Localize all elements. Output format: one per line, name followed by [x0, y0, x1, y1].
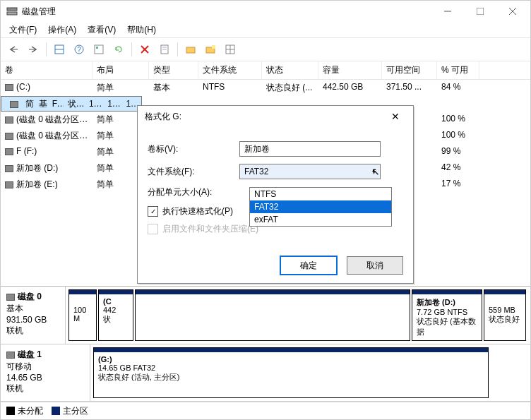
titlebar: 磁盘管理 [1, 1, 530, 22]
svg-rect-21 [212, 45, 215, 49]
app-icon [6, 6, 18, 17]
format-dialog: 格式化 G: ✕ 卷标(V): 文件系统(F): FAT32 ▾ ↖ NTFSF… [137, 105, 414, 284]
partition[interactable]: 100 M [68, 289, 97, 341]
volume-row[interactable]: (G:)简单基本FAT32状态良好 (...14.63 GB14.63 GB10… [1, 96, 142, 112]
filesystem-option[interactable]: exFAT [250, 213, 391, 226]
new-folder-icon[interactable] [202, 41, 219, 58]
window-title: 磁盘管理 [22, 6, 431, 18]
disk-info: 磁盘 0基本931.50 GB联机 [1, 287, 66, 344]
svg-rect-13 [96, 47, 98, 49]
filesystem-option[interactable]: FAT32 [250, 200, 391, 213]
disk-partitions: 100 M(C442状新加卷 (D:)7.72 GB NTFS状态良好 (基本数… [66, 287, 530, 344]
svg-rect-19 [186, 47, 195, 53]
close-button[interactable] [496, 1, 529, 22]
legend-unallocated: 未分配 [6, 405, 43, 417]
filesystem-value: FAT32 [244, 167, 268, 176]
partition[interactable]: (G:)14.65 GB FAT32状态良好 (活动, 主分区) [93, 347, 489, 398]
legend: 未分配 主分区 [1, 402, 530, 419]
col-free[interactable]: 可用空间 [382, 61, 437, 79]
menu-help[interactable]: 帮助(H) [123, 23, 160, 37]
cancel-button[interactable]: 取消 [347, 256, 403, 275]
checkbox-checked-icon: ✓ [148, 206, 158, 217]
menu-action[interactable]: 操作(A) [44, 23, 80, 37]
legend-primary: 主分区 [52, 405, 88, 417]
filesystem-select[interactable]: FAT32 ▾ [239, 164, 381, 179]
label-allocation: 分配单元大小(A): [148, 186, 239, 198]
svg-rect-12 [95, 45, 103, 54]
properties-icon[interactable] [156, 41, 173, 58]
col-capacity[interactable]: 容量 [318, 61, 382, 79]
partition[interactable]: 新加卷 (D:)7.72 GB NTFS状态良好 (基本数据 [412, 289, 482, 341]
maximize-button[interactable] [464, 1, 496, 22]
svg-text:?: ? [77, 46, 81, 54]
volume-list-header: 卷 布局 类型 文件系统 状态 容量 可用空间 % 可用 [1, 61, 530, 80]
disk-management-window: 磁盘管理 文件(F) 操作(A) 查看(V) 帮助(H) ? 卷 布局 类型 文… [0, 0, 531, 420]
volume-row[interactable]: (C:)简单基本NTFS状态良好 (...442.50 GB371.50 ...… [1, 80, 530, 96]
refresh-icon[interactable] [110, 41, 127, 58]
col-pct[interactable]: % 可用 [437, 61, 479, 79]
back-button[interactable] [5, 41, 22, 58]
svg-rect-1 [7, 12, 17, 15]
svg-rect-3 [477, 8, 484, 15]
disk-info: 磁盘 1可移动14.65 GB联机 [1, 344, 90, 401]
menu-view[interactable]: 查看(V) [83, 23, 120, 37]
minimize-button[interactable] [431, 1, 464, 22]
menubar: 文件(F) 操作(A) 查看(V) 帮助(H) [1, 22, 530, 37]
col-fs[interactable]: 文件系统 [198, 61, 262, 79]
forward-button[interactable] [25, 41, 42, 58]
disk-row: 磁盘 1可移动14.65 GB联机(G:)14.65 GB FAT32状态良好 … [1, 344, 530, 402]
dialog-title: 格式化 G: [145, 111, 385, 123]
label-volume: 卷标(V): [148, 143, 239, 155]
folder-icon[interactable] [182, 41, 199, 58]
dialog-titlebar: 格式化 G: ✕ [138, 106, 413, 127]
disk-pane: 磁盘 0基本931.50 GB联机100 M(C442状新加卷 (D:)7.72… [1, 286, 530, 402]
label-filesystem: 文件系统(F): [148, 166, 239, 178]
ok-button[interactable]: 确定 [280, 256, 337, 275]
col-type[interactable]: 类型 [149, 61, 198, 79]
checkbox-unchecked-icon [148, 224, 158, 234]
partition[interactable]: (C442状 [98, 289, 133, 341]
toolbar: ? [1, 37, 530, 61]
chevron-down-icon: ▾ [372, 168, 376, 176]
view-panes-icon[interactable] [51, 41, 68, 58]
dialog-close-button[interactable]: ✕ [385, 111, 406, 122]
disk-row: 磁盘 0基本931.50 GB联机100 M(C442状新加卷 (D:)7.72… [1, 287, 530, 344]
volume-label-input[interactable] [239, 141, 381, 157]
delete-icon[interactable] [136, 41, 153, 58]
svg-rect-0 [7, 8, 17, 11]
col-status[interactable]: 状态 [262, 61, 318, 79]
col-volume[interactable]: 卷 [1, 61, 93, 79]
disk-partitions: (G:)14.65 GB FAT32状态良好 (活动, 主分区) [90, 344, 530, 401]
col-layout[interactable]: 布局 [93, 61, 149, 79]
settings-icon[interactable] [90, 41, 107, 58]
filesystem-option[interactable]: NTFS [250, 188, 391, 200]
partition[interactable] [135, 289, 410, 341]
options-icon[interactable] [222, 41, 239, 58]
menu-file[interactable]: 文件(F) [5, 23, 41, 37]
help-icon[interactable]: ? [71, 41, 88, 58]
filesystem-dropdown[interactable]: NTFSFAT32exFAT [249, 187, 392, 227]
partition[interactable]: 559 MB状态良好 [484, 289, 526, 341]
